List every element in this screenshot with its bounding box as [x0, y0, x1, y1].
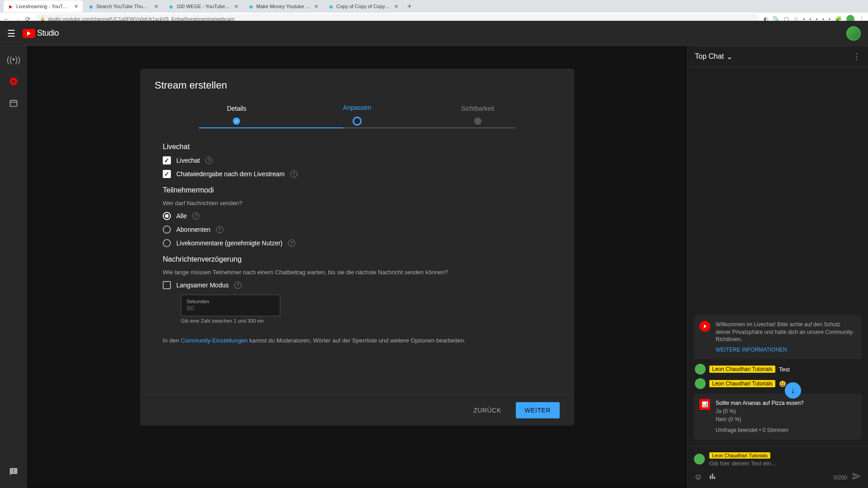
create-stream-modal: Stream erstellen Details ✓ Anpassen Sich… [140, 69, 574, 426]
logo-text: Studio [37, 28, 59, 38]
seconds-input-wrap[interactable]: Sekunden [181, 295, 280, 316]
modal-title: Stream erstellen [155, 80, 560, 91]
rail-feedback-icon[interactable] [5, 463, 23, 481]
modal-footer: ZURÜCK WEITER [140, 394, 574, 426]
tab-3[interactable]: ◉Make Money Youtube Thumbn✕ [244, 0, 323, 12]
delay-subtitle: Wie lange müssen Teilnehmer nach einem C… [163, 269, 552, 276]
svg-rect-2 [710, 476, 711, 479]
yt-favicon: ▶ [8, 4, 14, 9]
learn-more-link[interactable]: WEITERE INFORMATIONEN [716, 346, 856, 354]
chat-message: Leon Chaudhari Tutorials Test [691, 362, 864, 376]
studio-header: ☰ Studio [0, 21, 868, 46]
checkbox-icon[interactable] [163, 281, 171, 289]
tab-strip: ▶Livestreaming - YouTube S✕ ◉Search YouT… [0, 0, 868, 13]
new-tab-button[interactable]: + [404, 2, 415, 10]
rail-calendar-icon[interactable] [5, 94, 23, 112]
section-livechat: Livechat [163, 143, 552, 151]
tab-title: Copy of Copy of Copy of Cop [336, 4, 391, 9]
help-icon[interactable]: ? [288, 239, 295, 247]
help-icon[interactable]: ? [290, 170, 297, 178]
svg-rect-0 [10, 100, 17, 106]
checkbox-icon[interactable]: ✓ [163, 170, 171, 178]
avatar [695, 364, 706, 375]
close-icon[interactable]: ✕ [154, 4, 158, 9]
radio-icon[interactable] [163, 212, 171, 220]
tab-2[interactable]: ◉100 WEGE - YouTube Thumbn✕ [164, 0, 243, 12]
help-icon[interactable]: ? [216, 226, 223, 233]
checkbox-icon[interactable]: ✓ [163, 156, 171, 164]
community-link[interactable]: Community-Einstellungen [181, 337, 248, 344]
tab-4[interactable]: ◉Copy of Copy of Copy of Cop✕ [324, 0, 403, 12]
tab-title: Livestreaming - YouTube S [16, 4, 71, 9]
chat-text: 😃 [779, 380, 786, 387]
community-note: In den Community-Einstellungen kannst du… [163, 337, 552, 344]
input-hint: Gib eine Zahl zwischen 1 und 300 ein [181, 318, 552, 324]
favicon: ◉ [248, 4, 254, 9]
poll-status: Umfrage beendet • 0 Stimmen [716, 426, 804, 434]
help-icon[interactable]: ? [192, 212, 199, 220]
chat-text: Test [779, 366, 790, 373]
youtube-icon [699, 321, 710, 332]
checkbox-replay[interactable]: ✓ Chatwiedergabe nach dem Livestream ? [163, 170, 552, 178]
chat-author[interactable]: Leon Chaudhari Tutorials [709, 366, 775, 373]
close-icon[interactable]: ✕ [234, 4, 238, 9]
chat-input[interactable]: Gib hier deinen Text ein… [709, 460, 862, 467]
poll-option: Nein (0 %) [716, 415, 804, 423]
help-icon[interactable]: ? [234, 282, 241, 289]
stepper: Details ✓ Anpassen Sichtbarkeit [140, 95, 574, 130]
modal-header: Stream erstellen [140, 69, 574, 95]
rail-stream-icon[interactable]: ((•)) [5, 51, 23, 69]
chat-body[interactable]: Willkommen im Livechat! Bitte achte auf … [688, 67, 868, 446]
close-icon[interactable]: ✕ [314, 4, 318, 9]
youtube-icon [23, 29, 35, 38]
nav-rail: ((•)) [0, 46, 27, 488]
seconds-input[interactable] [187, 304, 274, 312]
participant-subtitle: Wer darf Nachrichten senden? [163, 200, 552, 206]
chat-menu-icon[interactable]: ⋮ [853, 52, 861, 61]
checkbox-slowmode[interactable]: Langsamer Modus ? [163, 281, 552, 289]
char-counter: 0/200 [834, 474, 847, 481]
input-label: Sekunden [187, 299, 274, 304]
tab-title: Search YouTube Thumbnail - C [96, 4, 151, 9]
help-icon[interactable]: ? [205, 157, 212, 164]
step-customize[interactable]: Anpassen [297, 104, 418, 126]
poll-option: Ja (0 %) [716, 407, 804, 415]
rail-webcam-icon[interactable] [5, 72, 23, 90]
modal-body[interactable]: Livechat ✓ Livechat ? ✓ Chatwiedergabe n… [140, 130, 574, 394]
radio-icon[interactable] [163, 239, 171, 247]
hamburger-icon[interactable]: ☰ [7, 28, 15, 39]
checkbox-livechat[interactable]: ✓ Livechat ? [163, 156, 552, 164]
chat-input-area: Leon Chaudhari Tutorials Gib hier deinen… [688, 446, 868, 488]
profile-avatar[interactable] [846, 26, 861, 41]
chat-poll: 📊 Sollte man Ananas auf Pizza essen? Ja … [694, 394, 862, 440]
tab-0[interactable]: ▶Livestreaming - YouTube S✕ [4, 0, 83, 12]
radio-subs[interactable]: Abonnenten ? [163, 225, 552, 234]
avatar [694, 454, 705, 465]
emoji-icon[interactable]: ☺ [694, 472, 702, 483]
radio-all[interactable]: Alle ? [163, 212, 552, 220]
close-icon[interactable]: ✕ [74, 4, 78, 9]
step-details[interactable]: Details ✓ [176, 105, 297, 125]
radio-approved[interactable]: Livekommentare (genehmigte Nutzer) ? [163, 239, 552, 247]
radio-icon[interactable] [163, 225, 171, 234]
send-icon[interactable] [852, 471, 862, 483]
svg-rect-4 [714, 477, 715, 479]
close-icon[interactable]: ✕ [394, 4, 398, 9]
tab-1[interactable]: ◉Search YouTube Thumbnail - C✕ [84, 0, 163, 12]
chevron-down-icon: ⌄ [726, 52, 732, 61]
scroll-down-button[interactable]: ↓ [785, 382, 801, 399]
chat-panel: Top Chat ⌄ ⋮ Willkommen im Livechat! Bit… [687, 46, 868, 488]
back-button[interactable]: ZURÜCK [466, 402, 508, 418]
step-visibility[interactable]: Sichtbarkeit [417, 105, 538, 125]
next-button[interactable]: WEITER [516, 402, 560, 418]
avatar [695, 378, 706, 389]
poll-icon: 📊 [699, 399, 710, 410]
favicon: ◉ [88, 4, 94, 9]
chat-mode-dropdown[interactable]: Top Chat ⌄ [695, 52, 732, 61]
tab-title: Make Money Youtube Thumbn [256, 4, 311, 9]
chat-author[interactable]: Leon Chaudhari Tutorials [709, 380, 775, 387]
section-delay: Nachrichtenverzögerung [163, 255, 552, 263]
poll-icon[interactable] [708, 472, 717, 483]
studio-logo[interactable]: Studio [23, 28, 59, 38]
content-area: Stream erstellen Details ✓ Anpassen Sich… [27, 46, 687, 488]
